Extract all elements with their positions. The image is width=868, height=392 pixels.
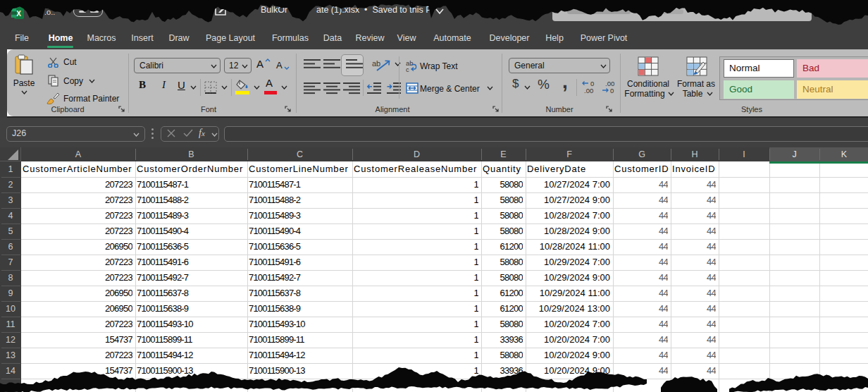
svg-text:ab: ab bbox=[372, 59, 380, 68]
svg-text:.00: .00 bbox=[584, 87, 593, 94]
svg-text:c: c bbox=[406, 66, 409, 73]
svg-text:0: 0 bbox=[610, 87, 614, 94]
